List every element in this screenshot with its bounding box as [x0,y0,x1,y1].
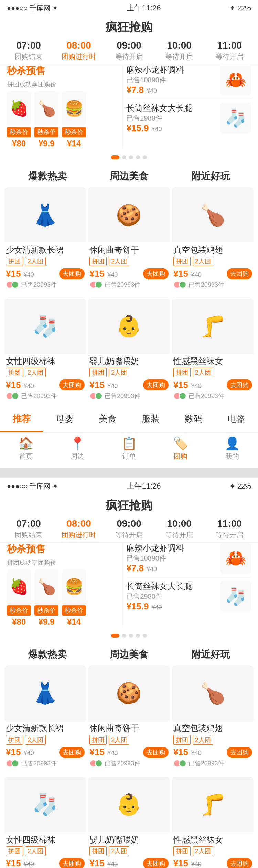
product-card-0[interactable]: 👗 少女清新款长裙 拼团 2人团 ¥15 ¥40 去团购 [4,187,86,294]
s2-time-tab-0900[interactable]: 09:00 等待开启 [104,518,154,540]
buy-btn-1[interactable]: 去团购 [143,268,169,279]
time-tab-0700[interactable]: 07:00 团购结束 [3,40,54,61]
nav-group-1[interactable]: 🏷️ 团购 [155,436,206,461]
s2-sold-count-1: 已售20993件 [105,759,140,767]
s2-time-0900: 09:00 [104,518,154,529]
s2-product-tags-1: 拼团 2人团 [89,735,168,745]
tag-people-1: 2人团 [109,257,129,266]
cat-tab-food[interactable]: 美食 [86,407,129,432]
buy-btn-5[interactable]: 去团购 [227,379,252,390]
s2-product-card-5[interactable]: 🦵 性感黑丝袜女 拼团 2人团 ¥15 ¥40 去团购 [172,777,254,868]
s2-section-header-2: 附近好玩 [170,648,251,661]
sold-count-2: 已售20993件 [189,281,224,289]
buy-btn-4[interactable]: 去团购 [143,379,169,390]
time-tab-1100[interactable]: 11:00 等待开启 [204,40,255,61]
s2-product-card-1[interactable]: 🍪 休闲曲奇饼干 拼团 2人团 ¥15 ¥40 去团购 [88,666,170,773]
product-card-2[interactable]: 🍗 真空包装鸡翅 拼团 2人团 ¥15 ¥40 去团购 [172,187,254,294]
s2-sold-avatars-1 [89,760,103,767]
label-0800: 团购进行时 [54,52,104,61]
s2-flash-title-row: 秒杀预售 [7,543,119,556]
s2-buy-btn-0[interactable]: 去团购 [59,747,85,758]
buy-btn-2[interactable]: 去团购 [227,268,252,279]
buy-btn-0[interactable]: 去团购 [59,268,85,279]
s2-dot-3 [136,634,140,638]
cat-tab-digital[interactable]: 数码 [172,407,215,432]
s2-product-card-4[interactable]: 👶 婴儿奶嘴喂奶 拼团 2人团 ¥15 ¥40 去团购 [88,777,170,868]
s2-section-header-1: 周边美食 [88,648,170,661]
s2-buy-btn-3[interactable]: 去团购 [59,858,85,868]
nav-mine-1[interactable]: 👤 我的 [206,436,258,461]
time-tab-0800[interactable]: 08:00 团购进行时 [54,40,104,61]
category-tabs-1: 推荐 母婴 美食 服装 数码 电器 [0,407,258,432]
sold-count-0: 已售20993件 [21,281,57,289]
product-card-img-5: 🦵 [172,299,254,354]
s2-price-orig-4: ¥40 [107,861,118,868]
price-group-5: ¥15 ¥40 [173,380,202,390]
product-card-1[interactable]: 🍪 休闲曲奇饼干 拼团 2人团 ¥15 ¥40 去团购 [88,187,170,294]
nav-nearby-1[interactable]: 📍 周边 [52,436,103,461]
s2-right-product-1[interactable]: 长筒丝袜女大长腿 已售2980件 ¥15.9 ¥40 🧦 [126,581,251,612]
cat-tab-clothes[interactable]: 服装 [129,407,172,432]
price-row-3: ¥15 ¥40 去团购 [6,379,85,390]
screen1: ●●●○○ 千库网 ✦ 上午11:26 ✦ 22% 疯狂抢购 07:00 团购结… [0,0,258,468]
s2-time-tab-1100[interactable]: 11:00 等待开启 [204,518,255,540]
right-price-0: ¥7.8 [126,85,144,95]
s2-time-1100: 11:00 [204,518,255,529]
flash-product-1[interactable]: 🍗 秒杀价 ¥9.9 [34,91,58,148]
flash-product-2[interactable]: 🍔 秒杀价 ¥14 [62,91,86,148]
cat-tab-baby[interactable]: 母婴 [43,407,86,432]
buy-btn-3[interactable]: 去团购 [59,379,85,390]
nav-orders-1[interactable]: 📋 订单 [103,436,155,461]
product-name-5: 性感黑丝袜女 [173,356,252,366]
s2-product-card-0[interactable]: 👗 少女清新款长裙 拼团 2人团 ¥15 ¥40 去团购 [4,666,86,773]
s2-label-1000: 等待开启 [154,530,204,540]
status-battery-1: ✦ 22% [229,4,251,12]
cat-tab-appliances[interactable]: 电器 [215,407,258,432]
s2-buy-btn-4[interactable]: 去团购 [143,858,169,868]
s2-sold-count-0: 已售20993件 [21,759,57,767]
product-grid-row2-1: 🧦 女性四级棉袜 拼团 2人团 ¥15 ¥40 去团购 [0,297,258,407]
s2-time-tab-0800[interactable]: 08:00 团购进行时 [54,518,104,540]
label-1000: 等待开启 [154,52,204,61]
product-card-3[interactable]: 🧦 女性四级棉袜 拼团 2人团 ¥15 ¥40 去团购 [4,299,86,406]
sold-info-4: 已售20993件 [89,392,168,400]
sold-info-3: 已售20993件 [6,392,85,400]
price-main-4: ¥15 [89,380,104,390]
price-orig-5: ¥40 [191,383,202,389]
s2-buy-btn-5[interactable]: 去团购 [227,858,252,868]
sold-avatars-5 [173,392,186,400]
s2-right-product-0[interactable]: 麻辣小龙虾调料 已售10890件 ¥7.8 ¥40 🦀 [126,543,251,577]
page-title-1: 疯狂抢购 [0,16,258,37]
s2-sold-info-0: 已售20993件 [6,759,85,767]
flash-sale-section-1: 秒杀预售 拼团成功享团购价 🍓 秒杀价 ¥80 🍗 秒杀价 ¥9.9 🍔 秒杀价… [0,64,258,152]
s2-flash-product-0[interactable]: 🍓 秒杀价 ¥80 [7,569,31,627]
nav-home-1[interactable]: 🏠 首页 [0,436,52,461]
s2-product-card-2[interactable]: 🍗 真空包装鸡翅 拼团 2人团 ¥15 ¥40 去团购 [172,666,254,773]
s2-buy-btn-1[interactable]: 去团购 [143,747,169,758]
s2-time-tab-0700[interactable]: 07:00 团购结束 [3,518,54,540]
price-main-5: ¥15 [173,380,188,390]
s2-flash-sale-section: 秒杀预售 拼团成功享团购价 🍓 秒杀价 ¥80 🍗 秒杀价 ¥9.9 🍔 秒杀价… [0,543,258,630]
s2-time-0800: 08:00 [54,518,104,529]
product-card-4[interactable]: 👶 婴儿奶嘴喂奶 拼团 2人团 ¥15 ¥40 去团购 [88,299,170,406]
cat-tab-recommend[interactable]: 推荐 [0,407,43,432]
product-card-img-2: 🍗 [172,187,254,242]
tag-people-3: 2人团 [25,368,46,377]
product-card-body-2: 真空包装鸡翅 拼团 2人团 ¥15 ¥40 去团购 [172,242,254,291]
s2-dot-1 [122,634,126,638]
right-product-0[interactable]: 麻辣小龙虾调料 已售10890件 ¥7.8 ¥40 🦀 [126,64,251,99]
time-tab-0900[interactable]: 09:00 等待开启 [104,40,154,61]
flash-product-0[interactable]: 🍓 秒杀价 ¥80 [7,91,31,148]
s2-right-product-sold-1: 已售2980件 [126,592,217,601]
s2-dot-2 [129,634,133,638]
s2-product-card-3[interactable]: 🧦 女性四级棉袜 拼团 2人团 ¥15 ¥40 去团购 [4,777,86,868]
s2-price-orig-3: ¥40 [24,861,34,868]
product-card-5[interactable]: 🦵 性感黑丝袜女 拼团 2人团 ¥15 ¥40 去团购 [172,299,254,406]
s2-buy-btn-2[interactable]: 去团购 [227,747,252,758]
right-product-1[interactable]: 长筒丝袜女大长腿 已售2980件 ¥15.9 ¥40 🧦 [126,103,251,134]
s2-flash-product-2[interactable]: 🍔 秒杀价 ¥14 [62,569,86,627]
s2-flash-product-1[interactable]: 🍗 秒杀价 ¥9.9 [34,569,58,627]
time-tab-1000[interactable]: 10:00 等待开启 [154,40,204,61]
s2-time-tab-1000[interactable]: 10:00 等待开启 [154,518,204,540]
s2-right-price-row-0: ¥7.8 ¥40 [126,563,217,574]
